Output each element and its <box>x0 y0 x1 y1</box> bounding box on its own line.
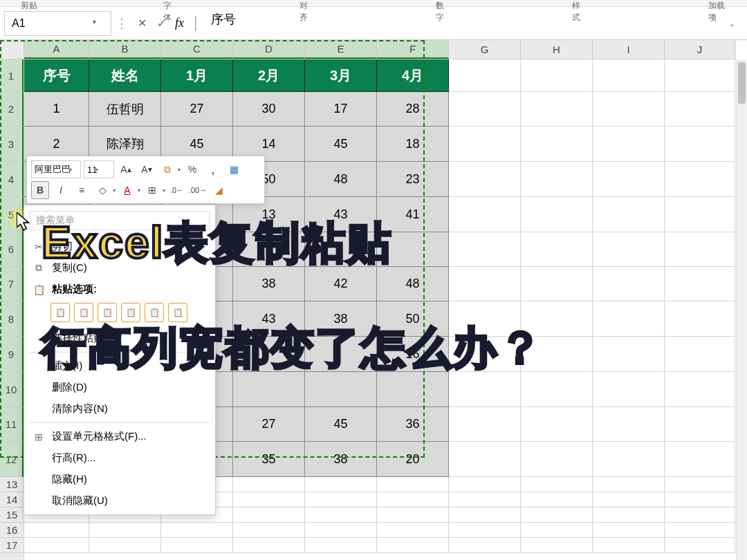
cell[interactable] <box>377 523 449 538</box>
cell[interactable] <box>521 337 593 372</box>
cell[interactable]: 23 <box>377 162 449 197</box>
cell[interactable] <box>593 59 665 92</box>
decrease-decimal-button[interactable]: .0← <box>168 181 186 199</box>
cell[interactable] <box>521 301 593 337</box>
cell[interactable] <box>593 197 665 232</box>
cell[interactable] <box>449 197 521 232</box>
clear-format-button[interactable]: ◢ <box>210 181 228 199</box>
cell[interactable]: 38 <box>305 301 377 337</box>
paste-option-6[interactable]: 📋 <box>168 303 187 322</box>
column-header-G[interactable]: G <box>449 40 521 59</box>
cell[interactable] <box>665 59 735 92</box>
cell[interactable] <box>521 538 593 553</box>
accept-formula-button[interactable]: ✓ <box>153 15 169 32</box>
cell[interactable] <box>593 267 665 301</box>
cell[interactable]: 48 <box>377 267 449 301</box>
cell[interactable] <box>521 59 593 92</box>
cell[interactable] <box>521 92 593 127</box>
row-header-12[interactable]: 12 <box>0 442 24 477</box>
cell[interactable] <box>665 538 735 553</box>
paste-option-4[interactable]: 📋 <box>121 303 140 322</box>
cell[interactable]: 35 <box>233 442 305 477</box>
cell[interactable] <box>449 372 521 407</box>
paste-option-3[interactable]: 📋 <box>98 303 117 322</box>
cell[interactable]: 1月 <box>161 59 233 92</box>
column-header-B[interactable]: B <box>89 40 161 59</box>
fill-color-button[interactable]: ◇ <box>93 181 111 199</box>
row-header-6[interactable]: 6 <box>0 232 24 267</box>
percent-button[interactable]: % <box>183 160 201 178</box>
cell[interactable] <box>665 523 735 538</box>
cell[interactable] <box>593 127 665 162</box>
cell[interactable]: 48 <box>305 162 377 197</box>
column-header-F[interactable]: F <box>377 40 449 59</box>
cell[interactable]: 50 <box>377 301 449 337</box>
menu-insert[interactable]: 插入(I) <box>24 355 215 377</box>
cell[interactable] <box>665 477 735 492</box>
cell[interactable]: 43 <box>233 301 305 337</box>
cell[interactable] <box>665 507 735 523</box>
row-header-16[interactable]: 16 <box>0 523 24 538</box>
menu-row-height[interactable]: 行高(R)... <box>24 447 215 469</box>
cell[interactable] <box>449 523 521 538</box>
row-header-1[interactable]: 1 <box>0 59 24 92</box>
column-header-J[interactable]: J <box>665 40 735 59</box>
row-header-8[interactable]: 8 <box>0 301 24 337</box>
cell[interactable]: 42 <box>305 267 377 301</box>
fx-icon[interactable]: fx <box>175 16 184 30</box>
menu-cut[interactable]: ✂ 剪切 <box>24 236 215 257</box>
cancel-formula-button[interactable]: ✕ <box>133 15 150 32</box>
cell[interactable] <box>665 492 735 507</box>
row-header-4[interactable]: 4 <box>0 162 24 197</box>
cell[interactable] <box>377 538 449 553</box>
row-header-2[interactable]: 2 <box>0 92 24 127</box>
row-header-13[interactable]: 13 <box>0 477 24 492</box>
menu-clear[interactable]: 清除内容(N) <box>24 398 215 420</box>
cell[interactable] <box>665 337 735 372</box>
cell[interactable]: 20 <box>377 442 449 477</box>
cell[interactable] <box>233 507 305 523</box>
cell[interactable] <box>449 301 521 337</box>
cell[interactable] <box>593 492 665 507</box>
cell[interactable] <box>521 127 593 162</box>
row-header-5[interactable]: 5 <box>0 197 24 232</box>
cell[interactable] <box>593 507 665 523</box>
cell[interactable] <box>449 492 521 507</box>
cell[interactable] <box>521 267 593 301</box>
cell[interactable] <box>665 407 735 442</box>
cell[interactable] <box>593 372 665 407</box>
cell[interactable] <box>233 337 305 372</box>
paste-option-2[interactable]: 📋 <box>74 303 93 322</box>
cell[interactable] <box>593 523 665 538</box>
cell[interactable] <box>377 492 449 507</box>
select-all-corner[interactable] <box>0 40 24 59</box>
cell[interactable] <box>449 538 521 553</box>
cell[interactable] <box>449 407 521 442</box>
cell[interactable] <box>449 507 521 523</box>
cell[interactable] <box>593 92 665 127</box>
cell[interactable] <box>377 232 449 267</box>
cell[interactable]: 36 <box>377 407 449 442</box>
cell[interactable] <box>665 197 735 232</box>
cell[interactable] <box>521 162 593 197</box>
cell[interactable] <box>161 523 233 538</box>
menu-delete[interactable]: 删除(D) <box>24 377 215 398</box>
cell[interactable]: 38 <box>233 267 305 301</box>
cell[interactable] <box>521 492 593 507</box>
cell[interactable] <box>521 442 593 477</box>
cell[interactable] <box>593 407 665 442</box>
cell[interactable] <box>449 162 521 197</box>
cell[interactable]: 28 <box>377 92 449 127</box>
cell[interactable] <box>305 232 377 267</box>
row-header-17[interactable]: 17 <box>0 538 24 553</box>
cell[interactable]: 41 <box>377 197 449 232</box>
table-format-button[interactable]: ▦ <box>225 160 243 178</box>
row-header-7[interactable]: 7 <box>0 267 24 301</box>
cell[interactable] <box>521 477 593 492</box>
cell[interactable] <box>593 162 665 197</box>
column-header-C[interactable]: C <box>161 40 233 59</box>
cell[interactable] <box>665 162 735 197</box>
cell[interactable]: 45 <box>305 127 377 162</box>
cell[interactable] <box>305 507 377 523</box>
cell[interactable] <box>665 92 735 127</box>
